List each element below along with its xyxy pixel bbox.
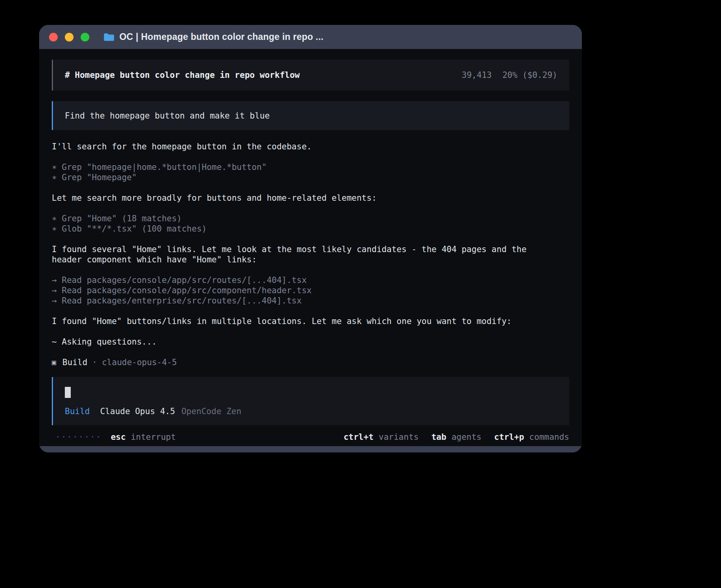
shortcut-variants: ctrl+t variants [344, 432, 419, 442]
shortcut-key: ctrl+t [344, 432, 374, 442]
token-count: 39,413 [462, 70, 492, 80]
status-left: ········ esc interrupt [55, 432, 176, 442]
title-bar[interactable]: OC | Homepage button color change in rep… [39, 25, 582, 49]
shortcut-agents: tab agents [431, 432, 481, 442]
minimize-button[interactable] [65, 33, 74, 41]
tool-call-line: ∗ Glob "**/*.tsx" (100 matches) [52, 224, 542, 234]
context-usage: 20% ($0.29) [502, 70, 557, 80]
transcript-gap [52, 152, 542, 162]
shortcut-interrupt: esc interrupt [111, 432, 176, 442]
assistant-text-line: I found several "Home" links. Let me loo… [52, 244, 542, 265]
transcript-gap [52, 203, 542, 213]
agent-name: Build [62, 357, 87, 368]
window-bottom-chrome [39, 446, 582, 452]
provider-label: OpenCode Zen [181, 406, 242, 416]
shortcut-key: ctrl+p [494, 432, 524, 442]
session-title: # Homepage button color change in repo w… [65, 70, 300, 80]
transcript-gap [52, 326, 542, 337]
tool-call-line: ∗ Grep "Home" (18 matches) [52, 213, 542, 224]
agent-status-line: ▣Build·claude-opus-4-5 [52, 357, 542, 368]
agent-icon: ▣ [52, 357, 56, 368]
session-stats: 39,413 20% ($0.29) [462, 70, 557, 80]
shortcut-commands: ctrl+p commands [494, 432, 569, 442]
shortcut-label: variants [379, 432, 419, 442]
transcript-gap [52, 265, 542, 275]
assistant-transcript: I'll search for the homepage button in t… [52, 141, 542, 368]
zoom-button[interactable] [81, 33, 89, 41]
terminal-window: OC | Homepage button color change in rep… [39, 25, 582, 452]
tool-call-line: → Read packages/console/app/src/componen… [52, 285, 542, 296]
user-message: Find the homepage button and make it blu… [52, 101, 569, 130]
tool-call-line: ∗ Grep "Homepage" [52, 172, 542, 183]
tool-call-line: → Read packages/enterprise/src/routes/[.… [52, 296, 542, 306]
assistant-text-line: ~ Asking questions... [52, 337, 542, 347]
status-bar: ········ esc interrupt ctrl+t variants t… [52, 429, 569, 445]
assistant-text-line: I'll search for the homepage button in t… [52, 141, 542, 152]
tool-call-line: → Read packages/console/app/src/routes/[… [52, 275, 542, 285]
prompt-input[interactable]: Build Claude Opus 4.5 OpenCode Zen [52, 377, 569, 425]
user-message-text: Find the homepage button and make it blu… [65, 111, 270, 121]
spinner-dots: ········ [55, 432, 102, 442]
agent-separator: · [92, 357, 97, 368]
transcript-gap [52, 234, 542, 244]
assistant-text-line: I found "Home" buttons/links in multiple… [52, 316, 542, 326]
terminal-content: # Homepage button color change in repo w… [39, 49, 582, 446]
transcript-gap [52, 347, 542, 357]
shortcut-label: agents [451, 432, 481, 442]
shortcut-key: tab [431, 432, 446, 442]
folder-icon [104, 33, 114, 41]
shortcut-label: interrupt [131, 432, 176, 442]
tool-call-line: ∗ Grep "homepage|home.*button|Home.*butt… [52, 162, 542, 172]
agent-model: claude-opus-4-5 [102, 357, 177, 368]
close-button[interactable] [49, 33, 58, 41]
shortcut-key: esc [111, 432, 126, 442]
input-footer: Build Claude Opus 4.5 OpenCode Zen [65, 406, 557, 416]
shortcut-label: commands [529, 432, 569, 442]
session-header: # Homepage button color change in repo w… [52, 60, 569, 90]
assistant-text-line: Let me search more broadly for buttons a… [52, 193, 542, 203]
text-cursor [65, 387, 71, 398]
transcript-gap [52, 183, 542, 193]
window-title: OC | Homepage button color change in rep… [119, 32, 323, 42]
transcript-gap [52, 306, 542, 316]
model-label: Claude Opus 4.5 [100, 406, 175, 416]
status-right: ctrl+t variants tab agents ctrl+p comman… [344, 432, 569, 442]
agent-mode-label: Build [65, 406, 90, 416]
